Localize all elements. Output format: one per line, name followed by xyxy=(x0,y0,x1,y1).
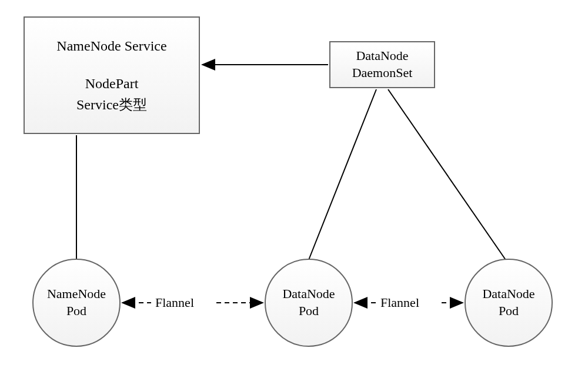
datanode-pod-1-line2: Pod xyxy=(299,303,319,320)
datanode-pod-2-circle: DataNode Pod xyxy=(465,259,553,347)
datanode-pod-2-line1: DataNode xyxy=(482,286,534,303)
namenode-pod-line2: Pod xyxy=(66,303,86,320)
flannel-label-2: Flannel xyxy=(380,295,419,310)
edge-daemonset-to-datanode-pod-1 xyxy=(309,89,376,260)
flannel-label-1: Flannel xyxy=(155,295,194,310)
architecture-diagram: NameNode Service NodePart Service类型 Data… xyxy=(0,0,588,368)
namenode-service-line3: Service类型 xyxy=(76,94,147,115)
namenode-service-box: NameNode Service NodePart Service类型 xyxy=(24,16,200,134)
datanode-pod-2-line2: Pod xyxy=(499,303,519,320)
edge-daemonset-to-datanode-pod-2 xyxy=(388,89,506,260)
namenode-service-title: NameNode Service xyxy=(56,35,166,56)
datanode-daemonset-line1: DataNode xyxy=(356,48,408,65)
datanode-pod-1-circle: DataNode Pod xyxy=(265,259,353,347)
namenode-pod-circle: NameNode Pod xyxy=(32,259,121,347)
datanode-pod-1-line1: DataNode xyxy=(282,286,335,303)
datanode-daemonset-box: DataNode DaemonSet xyxy=(329,41,435,88)
namenode-service-line2: NodePart xyxy=(85,73,139,94)
namenode-pod-line1: NameNode xyxy=(47,286,106,303)
datanode-daemonset-line2: DaemonSet xyxy=(352,65,413,82)
